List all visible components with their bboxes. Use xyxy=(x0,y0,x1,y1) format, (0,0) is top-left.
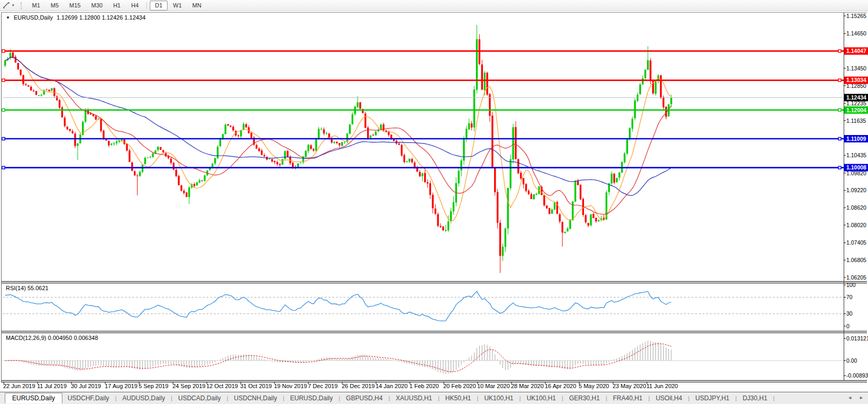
price-badge-1.12004: 1.12004 xyxy=(844,106,868,114)
svg-text:1.15265: 1.15265 xyxy=(846,13,866,19)
svg-text:100: 100 xyxy=(846,282,856,288)
tab-separator: | xyxy=(477,395,479,401)
horizontal-line-1.14047[interactable] xyxy=(2,50,844,52)
chart-symbol-label: EURUSD,Daily xyxy=(14,14,53,21)
tab-separator: | xyxy=(648,395,650,401)
chart-tab-usdcnh-daily[interactable]: USDCNH,Daily xyxy=(229,393,282,403)
timeframe-button-w1[interactable]: W1 xyxy=(168,1,187,11)
chart-tab-audusd-daily[interactable]: AUDUSD,Daily xyxy=(117,393,170,403)
price-badge-1.11009: 1.11009 xyxy=(844,135,868,142)
toolbar: ▾ M1M5M15M30H1H4D1W1MN xyxy=(0,0,868,11)
chart-tabs: EURUSD,DailyUSDCHF,Daily|AUDUSD,Daily|US… xyxy=(0,392,775,404)
timeframe-button-d1[interactable]: D1 xyxy=(150,1,168,11)
svg-text:1.09220: 1.09220 xyxy=(846,187,866,193)
svg-text:1.14650: 1.14650 xyxy=(846,30,866,37)
horizontal-line-1.11009[interactable] xyxy=(2,138,844,140)
macd-histogram xyxy=(5,340,671,374)
svg-text:1.14047: 1.14047 xyxy=(846,48,866,54)
dropdown-caret-icon: ▾ xyxy=(12,3,14,7)
svg-text:1.08020: 1.08020 xyxy=(846,222,866,228)
svg-text:17 Aug 2019: 17 Aug 2019 xyxy=(105,383,138,389)
drawing-tool-button[interactable]: ▾ xyxy=(0,2,17,9)
svg-text:0.00: 0.00 xyxy=(846,357,857,364)
svg-text:30 Jul 2019: 30 Jul 2019 xyxy=(71,383,101,389)
chart-window[interactable]: 1.152651.146501.134501.128501.122351.116… xyxy=(0,11,868,390)
chart-tab-ger30-h1[interactable]: GER30,H1 xyxy=(564,393,605,403)
tab-separator: | xyxy=(115,395,116,401)
drawing-tool-icon xyxy=(3,2,10,9)
tab-separator: | xyxy=(688,395,690,401)
tab-separator: | xyxy=(606,395,607,401)
svg-text:16 Apr 2020: 16 Apr 2020 xyxy=(545,383,576,389)
timeframe-button-m15[interactable]: M15 xyxy=(64,1,86,11)
tab-separator: | xyxy=(773,395,775,401)
svg-text:31 Oct 2019: 31 Oct 2019 xyxy=(240,383,272,389)
timeframe-button-h4[interactable]: H4 xyxy=(126,1,144,11)
svg-text:1.10435: 1.10435 xyxy=(846,152,866,158)
chart-ohlc-values: 1.12699 1.12800 1.12426 1.12434 xyxy=(57,14,145,21)
rsi-indicator-label: RSI(14) 55.0621 xyxy=(6,285,49,291)
tabs-scroll-right-icon[interactable]: ► xyxy=(859,395,864,400)
svg-text:5 May 2020: 5 May 2020 xyxy=(579,383,609,389)
chart-tab-gbpusd-h4[interactable]: GBPUSD,H4 xyxy=(341,393,388,403)
svg-text:1.12004: 1.12004 xyxy=(846,107,866,113)
timeframe-button-mn[interactable]: MN xyxy=(187,1,207,11)
svg-text:1 Feb 2020: 1 Feb 2020 xyxy=(409,383,439,389)
horizontal-line-1.12004[interactable] xyxy=(2,109,844,111)
svg-text:1.13450: 1.13450 xyxy=(846,65,866,71)
toolbar-grip[interactable] xyxy=(21,2,23,9)
timeframe-button-m5[interactable]: M5 xyxy=(45,1,64,11)
moving-average-slow xyxy=(5,57,671,195)
tab-separator: | xyxy=(519,395,521,401)
chart-tab-eurusd-daily[interactable]: EURUSD,Daily xyxy=(5,393,62,403)
svg-text:1.11635: 1.11635 xyxy=(846,118,866,124)
tab-separator: | xyxy=(562,395,563,401)
chart-tab-hk50-h1[interactable]: HK50,H1 xyxy=(440,393,477,403)
svg-text:1.11009: 1.11009 xyxy=(846,136,866,142)
chart-menu-caret-icon[interactable]: ▼ xyxy=(6,15,10,20)
timeframe-button-m1[interactable]: M1 xyxy=(27,1,45,11)
price-badge-1.13034: 1.13034 xyxy=(844,77,868,84)
chart-tab-uk100-h1[interactable]: UK100,H1 xyxy=(479,393,518,403)
macd-indicator-label: MACD(12,26,9) 0.004950 0.006348 xyxy=(6,335,98,341)
timeframe-button-h1[interactable]: H1 xyxy=(108,1,126,11)
svg-text:1.06805: 1.06805 xyxy=(846,257,866,263)
svg-text:20 Feb 2020: 20 Feb 2020 xyxy=(443,383,476,389)
chart-tab-usoil-h4[interactable]: USOil,H4 xyxy=(651,393,688,403)
price-badge-1.14047: 1.14047 xyxy=(844,47,868,55)
horizontal-line-1.13034[interactable] xyxy=(2,79,844,82)
svg-text:14 Jan 2020: 14 Jan 2020 xyxy=(376,383,408,389)
chart-tab-usdcad-daily[interactable]: USDCAD,Daily xyxy=(173,393,226,403)
tab-separator: | xyxy=(735,395,737,401)
svg-text:1.07405: 1.07405 xyxy=(846,239,866,246)
svg-text:10 Mar 2020: 10 Mar 2020 xyxy=(477,383,510,389)
pane-borders xyxy=(1,13,867,382)
chart-tab-fra40-h1[interactable]: FRA40,H1 xyxy=(608,393,648,403)
tab-separator: | xyxy=(283,395,285,401)
svg-text:1.13034: 1.13034 xyxy=(846,77,866,83)
macd-pane xyxy=(3,340,844,374)
timeframe-button-group: M1M5M15M30H1H4D1W1MN xyxy=(27,1,207,11)
chart-tab-dj30-h1[interactable]: DJ30,H1 xyxy=(737,393,773,403)
chart-tab-xauusd-h1[interactable]: XAUUSD,H1 xyxy=(390,393,437,403)
svg-text:24 Sep 2019: 24 Sep 2019 xyxy=(172,383,205,389)
svg-text:1.08620: 1.08620 xyxy=(846,204,866,211)
svg-text:70: 70 xyxy=(846,294,853,300)
chart-canvas[interactable]: 1.152651.146501.134501.128501.122351.116… xyxy=(0,11,868,390)
chart-tab-uk100-h1[interactable]: UK100,H1 xyxy=(522,393,561,403)
svg-text:11 Jun 2020: 11 Jun 2020 xyxy=(646,383,678,389)
tabs-scroll-left-icon[interactable]: ◄ xyxy=(847,395,852,400)
chart-tab-usdjpy-h1[interactable]: USDJPY,H1 xyxy=(690,393,735,403)
svg-text:12 Oct 2019: 12 Oct 2019 xyxy=(206,383,238,389)
tab-separator: | xyxy=(438,395,440,401)
timeframe-button-m30[interactable]: M30 xyxy=(86,1,107,11)
tab-separator: | xyxy=(171,395,172,401)
svg-text:7 Dec 2019: 7 Dec 2019 xyxy=(308,383,337,389)
chart-title: ▼ EURUSD,Daily 1.12699 1.12800 1.12426 1… xyxy=(6,14,145,21)
chart-tab-eurusd-daily[interactable]: EURUSD,Daily xyxy=(285,393,339,403)
svg-text:5 Sep 2019: 5 Sep 2019 xyxy=(139,383,168,389)
svg-text:11 Jul 2019: 11 Jul 2019 xyxy=(37,383,67,389)
rsi-pane xyxy=(3,291,844,321)
tab-scroll-buttons: ◄ ► xyxy=(847,395,864,400)
chart-tab-usdchf-daily[interactable]: USDCHF,Daily xyxy=(62,393,115,403)
